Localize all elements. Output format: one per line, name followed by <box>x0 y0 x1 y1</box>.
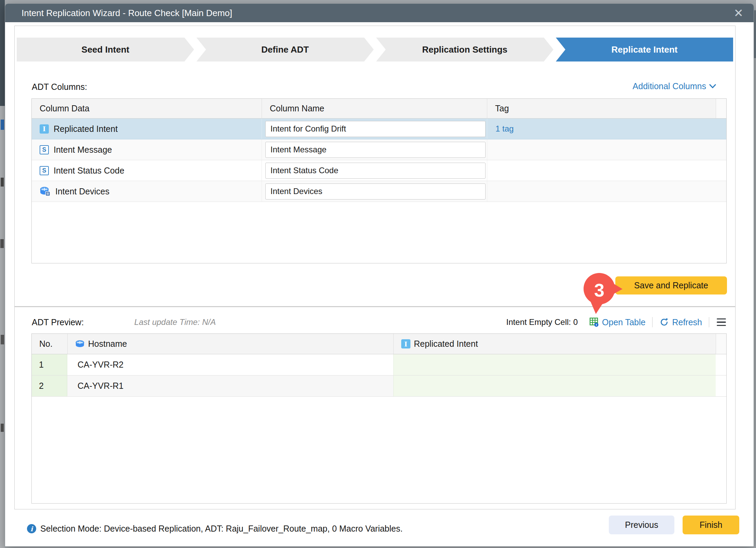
additional-columns-label: Additional Columns <box>633 81 706 91</box>
previous-button[interactable]: Previous <box>609 516 674 534</box>
adt-preview-table: No. Hostname I Replicated Intent <box>31 333 727 504</box>
menu-icon[interactable] <box>716 317 727 328</box>
scrollbar-gutter <box>716 99 726 118</box>
table-row-replicated-intent[interactable]: I Replicated Intent 1 tag <box>32 119 726 139</box>
row-number-cell: 2 <box>32 375 67 396</box>
intent-empty-cell-count: Intent Empty Cell: 0 <box>506 317 578 327</box>
preview-header-replicated-intent-label: Replicated Intent <box>414 339 478 349</box>
toolbar-separator <box>652 317 653 327</box>
footer-status-text: Selection Mode: Device-based Replication… <box>40 524 403 534</box>
table-row-intent-message[interactable]: S Intent Message <box>32 139 726 160</box>
section-divider <box>15 306 735 307</box>
column-header-data: Column Data <box>32 99 262 118</box>
tag-link[interactable]: 1 tag <box>495 124 514 134</box>
background-page-edge <box>0 0 5 548</box>
info-icon: i <box>27 524 36 533</box>
replicated-intent-cell[interactable] <box>393 375 716 396</box>
device-icon <box>75 340 85 348</box>
column-data-label: Intent Devices <box>55 187 109 196</box>
preview-table-row[interactable]: 1 CA-YVR-R2 <box>32 354 726 375</box>
step-label: Replication Settings <box>422 44 507 55</box>
adt-columns-table-header: Column Data Column Name Tag <box>32 99 726 119</box>
footer-status: i Selection Mode: Device-based Replicati… <box>27 524 403 534</box>
adt-preview-toolbar: ADT Preview: Last update Time: N/A Inten… <box>32 315 727 330</box>
hostname-cell: CA-YVR-R2 <box>67 354 393 375</box>
column-name-input[interactable] <box>265 142 486 158</box>
step-seed-intent[interactable]: Seed Intent <box>17 38 194 61</box>
background-page-edge-right <box>754 10 756 58</box>
dialog-titlebar: Intent Replication Wizard - Route Check … <box>5 4 754 22</box>
open-table-label: Open Table <box>602 317 645 327</box>
scrollbar-gutter <box>716 334 726 354</box>
save-and-replicate-button[interactable]: Save and Replicate <box>615 276 727 294</box>
preview-header-replicated-intent: I Replicated Intent <box>393 334 716 354</box>
step-label: Define ADT <box>261 44 309 55</box>
chevron-down-icon <box>709 84 716 88</box>
preview-table-row[interactable]: 2 CA-YVR-R1 <box>32 375 726 397</box>
intent-column-icon: I <box>40 124 49 134</box>
open-table-icon <box>589 317 599 327</box>
column-name-input[interactable] <box>265 163 486 179</box>
table-row-intent-status-code[interactable]: S Intent Status Code <box>32 160 726 181</box>
annotation-number: 3 <box>594 280 604 300</box>
refresh-link[interactable]: Refresh <box>659 317 702 327</box>
column-name-input[interactable] <box>265 183 486 200</box>
dialog-title: Intent Replication Wizard - Route Check … <box>22 8 232 18</box>
open-table-link[interactable]: Open Table <box>589 317 645 327</box>
string-column-icon: S <box>40 166 49 175</box>
additional-columns-link[interactable]: Additional Columns <box>633 81 716 91</box>
column-data-label: Intent Message <box>54 145 112 155</box>
toolbar-separator <box>709 317 709 327</box>
replicated-intent-cell[interactable] <box>393 354 716 375</box>
column-header-name: Column Name <box>262 99 487 118</box>
step-label: Seed Intent <box>82 44 129 55</box>
preview-header-hostname: Hostname <box>67 334 393 354</box>
last-update-time: Last update Time: N/A <box>134 317 216 327</box>
step-define-adt[interactable]: Define ADT <box>196 38 374 61</box>
finish-button[interactable]: Finish <box>683 516 739 534</box>
row-number-cell: 1 <box>32 354 67 375</box>
column-name-input[interactable] <box>265 121 486 137</box>
close-icon[interactable]: ✕ <box>734 7 744 19</box>
column-data-label: Replicated Intent <box>54 124 118 134</box>
devices-icon <box>40 186 51 196</box>
refresh-label: Refresh <box>672 317 702 327</box>
intent-replication-wizard-dialog: Intent Replication Wizard - Route Check … <box>5 3 754 547</box>
step-replication-settings[interactable]: Replication Settings <box>376 38 554 61</box>
column-header-tag: Tag <box>487 99 716 118</box>
table-row-intent-devices[interactable]: Intent Devices <box>32 181 726 202</box>
adt-preview-label: ADT Preview: <box>32 317 84 327</box>
preview-header-hostname-label: Hostname <box>88 339 127 349</box>
column-data-label: Intent Status Code <box>54 166 124 176</box>
adt-columns-table: Column Data Column Name Tag I Replicated… <box>31 98 727 263</box>
refresh-icon <box>659 317 669 327</box>
intent-column-icon: I <box>401 339 410 348</box>
step-replicate-intent-active[interactable]: Replicate Intent <box>556 38 733 61</box>
string-column-icon: S <box>40 145 49 154</box>
wizard-body-panel: Seed Intent Define ADT Replication Setti… <box>14 26 736 509</box>
wizard-steps: Seed Intent Define ADT Replication Setti… <box>17 38 733 61</box>
preview-header-no: No. <box>32 334 67 354</box>
adt-columns-label: ADT Columns: <box>32 82 87 92</box>
hostname-cell: CA-YVR-R1 <box>67 375 393 396</box>
step-label: Replicate Intent <box>612 44 678 55</box>
adt-preview-table-header: No. Hostname I Replicated Intent <box>32 334 726 354</box>
